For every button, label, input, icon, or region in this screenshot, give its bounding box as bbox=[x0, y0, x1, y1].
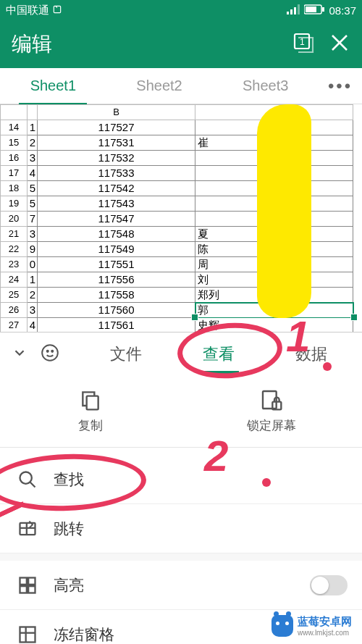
menu-highlight[interactable]: 高亮 bbox=[0, 561, 362, 610]
cell[interactable]: 117527 bbox=[38, 120, 195, 135]
cell[interactable]: 117556 bbox=[38, 272, 195, 288]
tab-data[interactable]: 数据 bbox=[287, 339, 336, 369]
row-header[interactable]: 27 bbox=[0, 318, 28, 332]
cell[interactable]: 117548 bbox=[38, 227, 195, 242]
cell[interactable] bbox=[195, 166, 353, 181]
cell[interactable]: 117533 bbox=[38, 166, 195, 181]
table-row[interactable]: 230117551周 bbox=[0, 257, 362, 272]
spreadsheet[interactable]: B C 141117527152117531崔16311753217411753… bbox=[0, 104, 362, 332]
cell[interactable] bbox=[195, 120, 353, 135]
cell[interactable]: 117551 bbox=[38, 257, 195, 272]
cell[interactable] bbox=[195, 151, 353, 166]
menu-find[interactable]: 查找 bbox=[0, 455, 362, 504]
cell[interactable]: 5 bbox=[28, 196, 38, 212]
row-header[interactable]: 16 bbox=[0, 151, 28, 166]
collapse-button[interactable] bbox=[4, 345, 35, 364]
cell[interactable]: 刘 bbox=[195, 272, 353, 288]
row-header[interactable]: 15 bbox=[0, 135, 28, 151]
cell[interactable]: 4 bbox=[28, 318, 38, 332]
row-header[interactable]: 23 bbox=[0, 257, 28, 272]
close-button[interactable] bbox=[329, 32, 350, 57]
more-sheets-button[interactable]: ••• bbox=[319, 76, 362, 96]
cell[interactable]: 1 bbox=[28, 120, 38, 135]
table-row[interactable]: 213117548夏 bbox=[0, 227, 362, 242]
highlight-toggle[interactable] bbox=[310, 575, 348, 595]
sheet-tab-1[interactable]: Sheet1 bbox=[0, 67, 106, 104]
tab-file[interactable]: 文件 bbox=[101, 339, 151, 369]
cell[interactable]: 117547 bbox=[38, 212, 195, 227]
app-header: 编辑 1 bbox=[0, 20, 362, 68]
lock-screen-action[interactable]: 锁定屏幕 bbox=[181, 375, 362, 447]
cell[interactable]: 9 bbox=[28, 242, 38, 257]
cell[interactable]: 郑列 bbox=[195, 288, 353, 303]
col-header-c[interactable]: C bbox=[195, 104, 353, 120]
row-header[interactable]: 17 bbox=[0, 166, 28, 181]
row-header[interactable]: 21 bbox=[0, 227, 28, 242]
sheet-tab-3[interactable]: Sheet3 bbox=[212, 67, 319, 104]
assistant-button[interactable] bbox=[35, 343, 65, 365]
sheet-tab-2[interactable]: Sheet2 bbox=[106, 67, 213, 104]
cell[interactable]: 117558 bbox=[38, 288, 195, 303]
select-all-corner[interactable] bbox=[0, 104, 28, 120]
cell[interactable]: 117532 bbox=[38, 151, 195, 166]
cell[interactable]: 2 bbox=[28, 288, 38, 303]
cell[interactable]: 周 bbox=[195, 257, 353, 272]
cell[interactable]: 0 bbox=[28, 257, 38, 272]
table-row[interactable]: 252117558郑列 bbox=[0, 288, 362, 303]
selection-handle-left[interactable] bbox=[191, 314, 198, 321]
table-row[interactable]: 195117543 bbox=[0, 196, 362, 212]
table-row[interactable]: 163117532 bbox=[0, 151, 362, 166]
cell[interactable]: 117531 bbox=[38, 135, 195, 151]
cell[interactable]: 117549 bbox=[38, 242, 195, 257]
copy-action[interactable]: 复制 bbox=[0, 375, 181, 447]
table-row[interactable]: 241117556刘 bbox=[0, 272, 362, 288]
table-row[interactable]: 229117549陈 bbox=[0, 242, 362, 257]
cell[interactable]: 3 bbox=[28, 303, 38, 318]
cell[interactable] bbox=[195, 212, 353, 227]
cell[interactable]: 117543 bbox=[38, 196, 195, 212]
table-row[interactable]: 152117531崔 bbox=[0, 135, 362, 151]
col-header-b[interactable]: B bbox=[38, 104, 195, 120]
cell[interactable]: 3 bbox=[28, 227, 38, 242]
row-header[interactable]: 22 bbox=[0, 242, 28, 257]
row-header[interactable]: 25 bbox=[0, 288, 28, 303]
row-header[interactable]: 14 bbox=[0, 120, 28, 135]
col-header-a[interactable] bbox=[28, 104, 38, 120]
cell[interactable]: 3 bbox=[28, 151, 38, 166]
cell[interactable] bbox=[195, 196, 353, 212]
tabs-button[interactable]: 1 bbox=[292, 32, 314, 57]
cell[interactable]: 5 bbox=[28, 181, 38, 196]
cell[interactable]: 4 bbox=[28, 166, 38, 181]
cell[interactable]: 2 bbox=[28, 135, 38, 151]
row-header[interactable]: 18 bbox=[0, 181, 28, 196]
carrier-label: 中国联通 bbox=[6, 4, 49, 17]
table-row[interactable]: 207117547 bbox=[0, 212, 362, 227]
row-header[interactable]: 24 bbox=[0, 272, 28, 288]
table-row[interactable]: 174117533 bbox=[0, 166, 362, 181]
row-header[interactable]: 26 bbox=[0, 303, 28, 318]
cell[interactable]: 史辉 bbox=[195, 318, 353, 332]
cell[interactable]: 崔 bbox=[195, 135, 353, 151]
table-row[interactable]: 141117527 bbox=[0, 120, 362, 135]
table-row[interactable]: 263117560郭 bbox=[0, 303, 362, 318]
cell[interactable] bbox=[195, 181, 353, 196]
cell[interactable]: 1 bbox=[28, 272, 38, 288]
cell[interactable]: 7 bbox=[28, 212, 38, 227]
cell[interactable]: 117561 bbox=[38, 318, 195, 332]
svg-point-12 bbox=[42, 345, 58, 361]
cell[interactable]: 117542 bbox=[38, 181, 195, 196]
cell[interactable]: 夏 bbox=[195, 227, 353, 242]
cell[interactable]: 陈 bbox=[195, 242, 353, 257]
selection-handle-right[interactable] bbox=[350, 314, 358, 321]
table-row[interactable]: 274117561史辉 bbox=[0, 318, 362, 332]
tab-view[interactable]: 查看 bbox=[194, 339, 243, 369]
cell[interactable]: 117560 bbox=[38, 303, 195, 318]
table-row[interactable]: 185117542 bbox=[0, 181, 362, 196]
svg-rect-22 bbox=[28, 577, 35, 584]
row-header[interactable]: 19 bbox=[0, 196, 28, 212]
menu-goto[interactable]: 跳转 bbox=[0, 504, 362, 553]
goto-icon bbox=[17, 519, 38, 539]
svg-rect-24 bbox=[28, 586, 35, 593]
row-header[interactable]: 20 bbox=[0, 212, 28, 227]
cell[interactable]: 郭 bbox=[195, 303, 353, 318]
